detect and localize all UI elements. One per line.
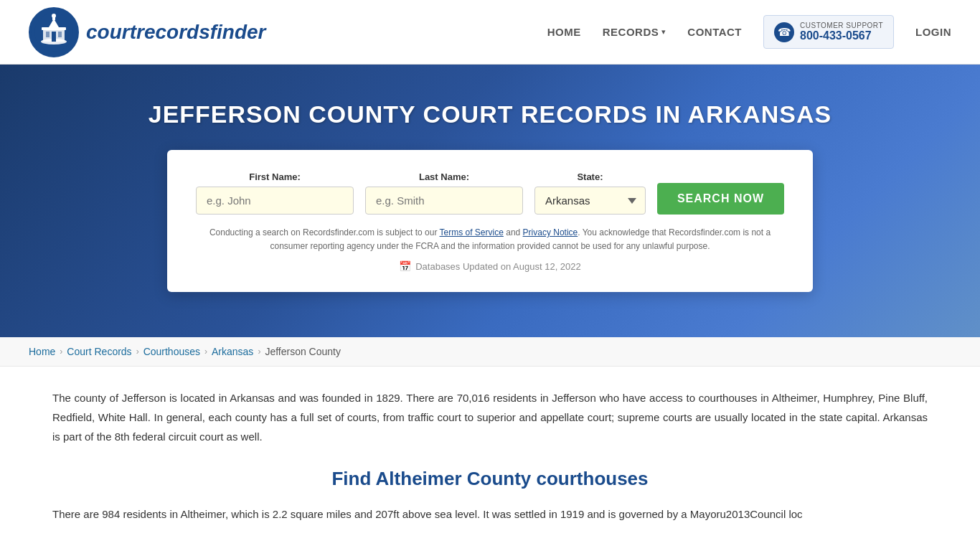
- intro-paragraph: The county of Jefferson is located in Ar…: [52, 388, 928, 446]
- main-nav: HOME RECORDS ▾ CONTACT ☎ CUSTOMER SUPPOR…: [547, 15, 951, 49]
- breadcrumb-arkansas[interactable]: Arkansas: [212, 346, 253, 357]
- nav-contact[interactable]: CONTACT: [687, 26, 742, 38]
- last-name-input[interactable]: [365, 187, 523, 215]
- privacy-link[interactable]: Privacy Notice: [523, 227, 578, 237]
- disclaimer-text: Conducting a search on Recordsfinder.com…: [196, 226, 784, 253]
- nav-records-dropdown[interactable]: RECORDS ▾: [603, 26, 666, 38]
- support-info: CUSTOMER SUPPORT 800-433-0567: [800, 22, 883, 42]
- header: courtrecordsfinder HOME RECORDS ▾ CONTAC…: [0, 0, 980, 65]
- logo-text: courtrecordsfinder: [86, 21, 266, 44]
- breadcrumb-sep-4: ›: [258, 347, 260, 357]
- main-content: The county of Jefferson is located in Ar…: [24, 367, 956, 538]
- first-name-label: First Name:: [196, 171, 354, 182]
- breadcrumb: Home › Court Records › Courthouses › Ark…: [0, 337, 980, 367]
- page-title: JEFFERSON COUNTY COURT RECORDS IN ARKANS…: [29, 100, 951, 128]
- last-name-group: Last Name:: [365, 171, 523, 215]
- state-label: State:: [534, 171, 646, 182]
- breadcrumb-home[interactable]: Home: [29, 346, 55, 357]
- nav-home[interactable]: HOME: [547, 26, 581, 38]
- altheimer-intro-text: There are 984 residents in Altheimer, wh…: [52, 504, 928, 524]
- svg-rect-3: [42, 27, 66, 30]
- logo-area[interactable]: courtrecordsfinder: [29, 7, 266, 57]
- breadcrumb-sep-2: ›: [136, 347, 139, 357]
- breadcrumb-sep-3: ›: [204, 347, 207, 357]
- phone-icon: ☎: [774, 22, 794, 42]
- db-update: 📅 Databases Updated on August 12, 2022: [196, 260, 784, 272]
- tos-link[interactable]: Terms of Service: [440, 227, 504, 237]
- hero-section: JEFFERSON COUNTY COURT RECORDS IN ARKANS…: [0, 65, 980, 337]
- svg-rect-5: [46, 32, 50, 37]
- svg-rect-4: [52, 32, 56, 42]
- first-name-group: First Name:: [196, 171, 354, 215]
- logo-icon: [29, 7, 79, 57]
- svg-rect-6: [58, 32, 62, 37]
- breadcrumb-court-records[interactable]: Court Records: [67, 346, 131, 357]
- first-name-input[interactable]: [196, 187, 354, 215]
- last-name-label: Last Name:: [365, 171, 523, 182]
- support-number: 800-433-0567: [800, 29, 883, 42]
- db-update-text: Databases Updated on August 12, 2022: [415, 261, 581, 272]
- state-group: State: Arkansas Alabama Alaska Californi…: [534, 171, 646, 215]
- altheimer-section-title: Find Altheimer County courthouses: [52, 468, 928, 490]
- breadcrumb-sep-1: ›: [60, 347, 62, 357]
- nav-login[interactable]: LOGIN: [915, 26, 951, 38]
- support-box: ☎ CUSTOMER SUPPORT 800-433-0567: [763, 15, 894, 49]
- breadcrumb-current: Jefferson County: [265, 346, 341, 357]
- svg-point-9: [52, 14, 56, 18]
- records-chevron-icon: ▾: [661, 27, 666, 37]
- search-card: First Name: Last Name: State: Arkansas A…: [167, 150, 813, 292]
- breadcrumb-courthouses[interactable]: Courthouses: [143, 346, 200, 357]
- search-button[interactable]: SEARCH NOW: [657, 183, 784, 215]
- calendar-icon: 📅: [399, 260, 411, 272]
- search-fields: First Name: Last Name: State: Arkansas A…: [196, 171, 784, 215]
- support-label: CUSTOMER SUPPORT: [800, 22, 883, 29]
- nav-records-link[interactable]: RECORDS: [603, 26, 659, 38]
- state-select[interactable]: Arkansas Alabama Alaska California Color…: [534, 187, 646, 215]
